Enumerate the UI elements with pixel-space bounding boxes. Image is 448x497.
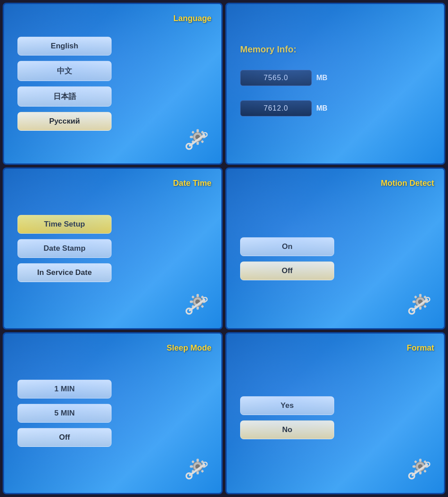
svg-rect-30 <box>413 300 416 303</box>
svg-rect-3 <box>197 141 199 145</box>
sleep-mode-buttons: 1 MIN 5 MIN Off <box>17 377 112 449</box>
btn-english[interactable]: English <box>17 37 112 56</box>
svg-rect-43 <box>190 465 193 467</box>
btn-date-stamp[interactable]: Date Stamp <box>17 239 112 258</box>
btn-time-setup[interactable]: Time Setup <box>17 215 112 234</box>
svg-rect-16 <box>197 306 199 309</box>
gear-wrench-icon-sleep <box>183 454 214 485</box>
svg-rect-7 <box>201 140 204 143</box>
btn-motion-off[interactable]: Off <box>240 261 334 280</box>
svg-point-37 <box>409 308 414 314</box>
memory-row-2: 7612.0 MB <box>240 97 327 120</box>
btn-chinese[interactable]: 中文 <box>17 61 112 81</box>
memory-value-1: 7565.0 <box>240 70 312 86</box>
btn-1min[interactable]: 1 MIN <box>17 380 112 398</box>
btn-russian[interactable]: Русский <box>17 112 112 131</box>
gear-wrench-icon-format <box>405 454 437 485</box>
btn-5min[interactable]: 5 MIN <box>17 404 112 423</box>
svg-rect-20 <box>201 305 204 308</box>
memory-unit-2: MB <box>316 104 327 112</box>
motion-detect-buttons: On Off <box>240 224 334 283</box>
format-buttons: Yes No <box>240 394 334 441</box>
svg-rect-59 <box>423 470 426 473</box>
svg-rect-45 <box>191 460 194 463</box>
gear-wrench-icon-motion <box>405 289 437 320</box>
gear-wrench-icon-datetime <box>183 289 214 320</box>
memory-unit-1: MB <box>316 74 327 82</box>
svg-point-24 <box>186 308 192 314</box>
svg-rect-15 <box>197 294 199 297</box>
svg-rect-29 <box>419 306 422 309</box>
gear-wrench-icon <box>183 124 214 155</box>
svg-rect-33 <box>423 305 426 308</box>
motion-detect-label: Motion Detect <box>381 179 434 188</box>
sleep-mode-panel: Sleep Mode 1 MIN 5 MIN Off <box>3 332 223 494</box>
datetime-label: Date Time <box>173 179 211 188</box>
language-label: Language <box>173 14 211 23</box>
btn-japanese[interactable]: 日本語 <box>17 86 112 107</box>
svg-rect-28 <box>419 294 422 297</box>
memory-row-1: 7565.0 MB <box>240 66 327 90</box>
format-label: Format <box>407 343 434 353</box>
sleep-mode-label: Sleep Mode <box>167 343 211 353</box>
svg-point-63 <box>409 473 414 479</box>
language-panel: Language English 中文 日本語 Русский <box>3 3 223 165</box>
svg-rect-56 <box>413 465 416 467</box>
svg-rect-19 <box>191 296 194 299</box>
btn-in-service-date[interactable]: In Service Date <box>17 263 112 282</box>
btn-format-no[interactable]: No <box>240 420 334 439</box>
memory-value-2: 7612.0 <box>240 100 312 116</box>
svg-rect-42 <box>197 471 199 474</box>
svg-rect-6 <box>191 131 194 134</box>
svg-rect-55 <box>419 471 422 474</box>
svg-rect-58 <box>414 460 417 463</box>
format-panel: Format Yes No <box>225 332 445 494</box>
svg-rect-46 <box>201 470 204 473</box>
svg-rect-41 <box>197 458 199 462</box>
memory-panel: Memory Info: 7565.0 MB 7612.0 MB <box>225 3 445 165</box>
btn-sleep-off[interactable]: Off <box>17 428 112 447</box>
svg-point-50 <box>186 473 192 479</box>
motion-detect-panel: Motion Detect On Off <box>225 167 445 330</box>
datetime-buttons: Time Setup Date Stamp In Service Date <box>17 213 112 284</box>
svg-rect-54 <box>419 458 422 462</box>
datetime-panel: Date Time Time Setup Date Stamp In Servi… <box>3 167 223 330</box>
svg-rect-17 <box>190 300 193 303</box>
btn-format-yes[interactable]: Yes <box>240 396 334 415</box>
language-buttons: English 中文 日本語 Русский <box>17 34 112 133</box>
memory-info-title: Memory Info: <box>240 44 297 55</box>
svg-rect-4 <box>190 136 193 138</box>
svg-rect-32 <box>414 296 417 299</box>
svg-rect-2 <box>197 129 199 132</box>
svg-point-11 <box>186 144 192 149</box>
btn-motion-on[interactable]: On <box>240 237 334 256</box>
